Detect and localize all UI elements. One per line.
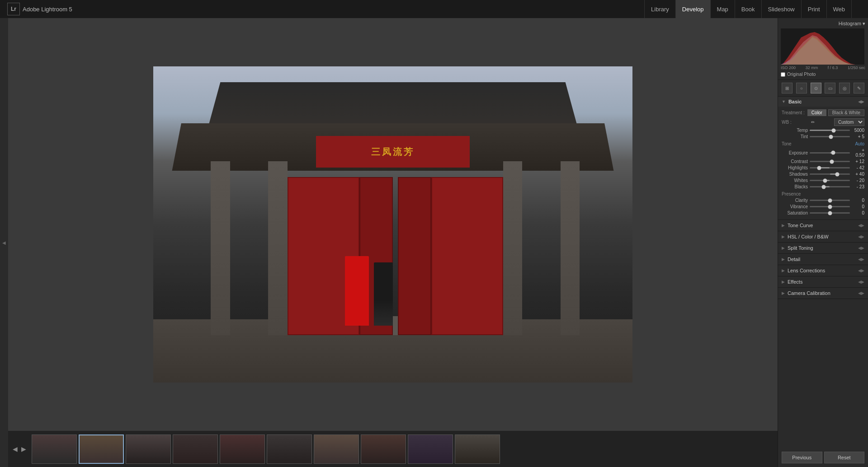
nav-library[interactable]: Library (644, 0, 676, 18)
highlights-thumb[interactable] (817, 166, 821, 170)
highlights-track[interactable] (810, 167, 850, 168)
film-thumb-8[interactable] (361, 434, 406, 464)
blacks-thumb[interactable] (822, 185, 826, 189)
camera-calibration-panel[interactable]: ▶ Camera Calibration ◀▶ (778, 288, 868, 299)
film-thumb-1[interactable] (32, 434, 77, 464)
exposure-track[interactable] (810, 152, 850, 154)
tone-group-title: Tone Auto (782, 141, 864, 146)
presence-group-title: Presence (782, 191, 864, 196)
iso-value: ISO 200 (781, 65, 796, 70)
saturation-track[interactable] (810, 212, 850, 214)
graduated-tool[interactable]: ▭ (825, 83, 835, 93)
film-thumb-5[interactable] (220, 434, 265, 464)
adjustment-tool[interactable]: ✎ (854, 83, 864, 93)
wb-label: WB : (782, 120, 792, 125)
tint-track[interactable] (810, 136, 850, 137)
split-toning-arrow: ◀▶ (858, 246, 864, 250)
nav-book[interactable]: Book (735, 0, 762, 18)
spot-tool[interactable]: ○ (796, 83, 807, 93)
basic-section-header[interactable]: ▼ Basic ◀▶ (778, 97, 868, 107)
original-photo-checkbox[interactable] (781, 72, 785, 77)
film-thumb-3[interactable] (126, 434, 171, 464)
film-thumb-2[interactable] (79, 434, 124, 464)
film-thumb-10[interactable] (455, 434, 500, 464)
nav-web[interactable]: Web (827, 0, 852, 18)
wb-dropdown[interactable]: Custom As Shot Auto Daylight Cloudy (834, 118, 864, 126)
main-content: ◀ (0, 18, 868, 467)
figure-female (345, 256, 369, 326)
clarity-value: 0 (852, 198, 864, 203)
nav-develop[interactable]: Develop (676, 0, 711, 18)
hsl-panel[interactable]: ▶ HSL / Color / B&W ◀▶ (778, 231, 868, 243)
detail-panel[interactable]: ▶ Detail ◀▶ (778, 254, 868, 265)
effects-label: Effects (788, 279, 802, 285)
vibrance-track[interactable] (810, 206, 850, 207)
vibrance-thumb[interactable] (828, 205, 832, 209)
hsl-toggle: ▶ (782, 234, 785, 239)
tint-label: Tint (782, 134, 808, 139)
pillar-1 (211, 161, 230, 335)
split-toning-label: Split Toning (788, 245, 813, 251)
treatment-row: Treatment : Color Black & White (782, 109, 864, 116)
whites-thumb[interactable] (823, 178, 827, 182)
reset-button[interactable]: Reset (824, 452, 865, 463)
filmstrip-prev-arrow[interactable]: ◀ (13, 445, 18, 453)
tone-curve-panel[interactable]: ▶ Tone Curve ◀▶ (778, 220, 868, 231)
wb-eyedropper[interactable]: ✏ (811, 120, 815, 125)
crop-tool[interactable]: ⊞ (782, 83, 793, 93)
temp-track[interactable] (810, 130, 850, 131)
tone-curve-toggle: ▶ (782, 223, 785, 228)
contrast-value: + 12 (852, 159, 864, 164)
clarity-thumb[interactable] (828, 198, 832, 202)
nav-print[interactable]: Print (802, 0, 827, 18)
treatment-bw-btn[interactable]: Black & White (828, 109, 864, 116)
saturation-thumb[interactable] (828, 211, 832, 215)
contrast-thumb[interactable] (830, 159, 834, 163)
nav-slideshow[interactable]: Slideshow (762, 0, 802, 18)
pillar-4 (503, 161, 522, 335)
whites-track[interactable] (810, 180, 850, 181)
original-photo-label: Original Photo (787, 72, 816, 77)
bottom-buttons: Previous Reset (778, 448, 868, 467)
blacks-track[interactable] (810, 186, 850, 187)
shadows-track[interactable] (810, 173, 850, 175)
tone-auto-btn[interactable]: Auto (855, 141, 864, 146)
camera-calibration-label: Camera Calibration (788, 290, 830, 296)
exposure-slider-row: Exposure + 0.50 (782, 148, 864, 158)
lr-logo: Lr (7, 3, 20, 15)
highlights-value: - 42 (852, 165, 864, 170)
shadows-slider-row: Shadows + 40 (782, 172, 864, 177)
right-panel: Histogram ▾ ISO 200 32 mm f / 6.3 1/250 … (778, 18, 868, 467)
left-panel-arrow[interactable]: ◀ (2, 240, 6, 245)
saturation-label: Saturation (782, 210, 808, 215)
split-toning-panel[interactable]: ▶ Split Toning ◀▶ (778, 243, 868, 254)
nav-map[interactable]: Map (711, 0, 735, 18)
treatment-color-btn[interactable]: Color (807, 109, 826, 116)
redeye-tool[interactable]: ⊙ (811, 83, 821, 93)
radial-tool[interactable]: ◎ (839, 83, 850, 93)
clarity-slider-row: Clarity 0 (782, 198, 864, 203)
exposure-thumb[interactable] (831, 151, 835, 155)
film-thumb-4[interactable] (173, 434, 218, 464)
shadows-thumb[interactable] (835, 172, 839, 176)
temp-value: 5000 (852, 128, 864, 133)
red-door-right (431, 177, 503, 335)
film-thumb-6[interactable] (267, 434, 312, 464)
tint-value: + 5 (852, 134, 864, 139)
film-thumb-9[interactable] (408, 434, 453, 464)
contrast-track[interactable] (810, 161, 850, 162)
tint-thumb[interactable] (829, 135, 833, 139)
filmstrip-next-arrow[interactable]: ▶ (21, 445, 26, 453)
film-thumb-7[interactable] (314, 434, 359, 464)
histogram-title[interactable]: Histogram ▾ (781, 21, 865, 27)
temp-thumb[interactable] (832, 128, 836, 132)
clarity-track[interactable] (810, 200, 850, 201)
previous-button[interactable]: Previous (782, 452, 822, 463)
lens-corrections-panel[interactable]: ▶ Lens Corrections ◀▶ (778, 265, 868, 276)
effects-panel[interactable]: ▶ Effects ◀▶ (778, 276, 868, 288)
detail-arrow: ◀▶ (858, 257, 864, 262)
blacks-value: - 23 (852, 184, 864, 189)
app-title: Adobe Lightroom 5 (23, 6, 72, 13)
effects-toggle: ▶ (782, 280, 785, 284)
whites-label: Whites (782, 178, 808, 183)
